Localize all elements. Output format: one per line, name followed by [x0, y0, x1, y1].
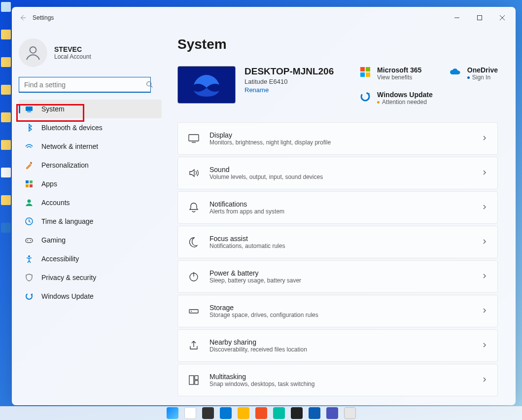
taskbar-search[interactable]: [184, 407, 196, 419]
taskbar-settings[interactable]: [344, 407, 356, 419]
back-button[interactable]: [14, 9, 32, 27]
m365-title: Microsoft 365: [377, 66, 421, 74]
chevron-right-icon: [482, 376, 487, 385]
card-bell[interactable]: NotificationsAlerts from apps and system: [177, 191, 498, 224]
card-storage[interactable]: StorageStorage space, drives, configurat…: [177, 295, 498, 327]
rename-link[interactable]: Rename: [244, 86, 334, 94]
taskbar[interactable]: [0, 406, 522, 420]
svg-rect-30: [189, 310, 198, 313]
chevron-right-icon: [482, 307, 487, 315]
sidebar-item-accounts[interactable]: Accounts: [19, 193, 162, 212]
sidebar-item-label: Apps: [41, 180, 57, 188]
windows-update-icon: [359, 91, 371, 103]
svg-rect-24: [366, 72, 370, 77]
arrow-left-icon: [19, 14, 26, 21]
sidebar-item-label: Time & language: [41, 217, 93, 225]
microsoft-365-tile[interactable]: Microsoft 365 View benefits: [359, 66, 433, 81]
svg-point-19: [28, 255, 30, 257]
svg-point-17: [27, 240, 28, 241]
windows-update-tile[interactable]: Windows Update Attention needed: [359, 91, 433, 105]
sidebar-item-apps[interactable]: Apps: [19, 175, 162, 193]
svg-point-4: [30, 47, 36, 53]
card-subtitle: Monitors, brightness, night light, displ…: [209, 139, 331, 146]
onedrive-sub: Sign In: [467, 74, 498, 81]
sidebar: STEVEC Local Account SystemBluetooth & d…: [12, 29, 166, 405]
window-title: Settings: [33, 14, 54, 21]
svg-rect-12: [26, 184, 29, 187]
accessibility-icon: [25, 254, 34, 263]
svg-rect-10: [26, 180, 29, 183]
svg-rect-13: [30, 184, 33, 187]
sound-icon: [188, 167, 200, 179]
onedrive-tile[interactable]: OneDrive Sign In: [450, 66, 498, 81]
taskbar-explorer[interactable]: [238, 407, 249, 419]
accounts-icon: [25, 198, 34, 207]
card-multitask[interactable]: MultitaskingSnap windows, desktops, task…: [177, 364, 498, 396]
onedrive-icon: [450, 66, 461, 78]
card-sound[interactable]: SoundVolume levels, output, input, sound…: [177, 157, 498, 189]
onedrive-title: OneDrive: [467, 66, 498, 74]
settings-window: Settings STEVEC Local Account: [12, 7, 516, 405]
maximize-button[interactable]: [468, 10, 491, 26]
taskbar-app[interactable]: [273, 407, 285, 419]
taskbar-taskview[interactable]: [202, 407, 214, 419]
card-subtitle: Volume levels, output, input, sound devi…: [209, 174, 323, 180]
avatar: [19, 38, 47, 67]
sidebar-item-system[interactable]: System: [19, 100, 162, 118]
personalization-icon: [25, 161, 34, 170]
sidebar-item-update[interactable]: Windows Update: [19, 287, 162, 306]
svg-point-14: [28, 200, 31, 203]
sidebar-item-time[interactable]: Time & language: [19, 212, 162, 231]
card-title: Display: [209, 131, 331, 139]
start-button[interactable]: [167, 407, 178, 419]
sidebar-item-network[interactable]: Network & internet: [19, 137, 162, 156]
card-title: Multitasking: [209, 373, 314, 381]
svg-rect-32: [189, 376, 194, 385]
privacy-icon: [25, 273, 34, 282]
sidebar-item-accessibility[interactable]: Accessibility: [19, 249, 162, 268]
card-display[interactable]: DisplayMonitors, brightness, night light…: [177, 122, 498, 155]
desktop-icon-strip: [0, 0, 12, 420]
taskbar-app[interactable]: [326, 407, 338, 419]
card-subtitle: Discoverability, received files location: [209, 346, 307, 353]
device-name: DESKTOP-MJNL206: [244, 66, 334, 77]
card-subtitle: Alerts from apps and system: [209, 208, 284, 215]
card-title: Sound: [209, 166, 323, 174]
power-icon: [188, 271, 200, 282]
svg-rect-9: [30, 162, 33, 164]
bluetooth-icon: [25, 123, 34, 132]
user-account-type: Local Account: [54, 53, 91, 60]
multitask-icon: [188, 374, 200, 386]
storage-icon: [188, 305, 200, 317]
svg-rect-8: [27, 111, 31, 112]
sidebar-item-personalization[interactable]: Personalization: [19, 156, 162, 175]
taskbar-app[interactable]: [309, 407, 320, 419]
sidebar-item-privacy[interactable]: Privacy & security: [19, 268, 162, 287]
card-power[interactable]: Power & batterySleep, battery usage, bat…: [177, 260, 498, 293]
card-moon[interactable]: Focus assistNotifications, automatic rul…: [177, 226, 498, 258]
taskbar-app[interactable]: [255, 407, 267, 419]
sidebar-item-label: System: [41, 105, 65, 113]
main-content: System DESKTOP-MJNL206 Latitude E6410 Re…: [166, 29, 516, 405]
taskbar-app[interactable]: [220, 407, 232, 419]
person-icon: [25, 44, 41, 61]
display-icon: [188, 133, 200, 144]
device-thumbnail[interactable]: [177, 66, 236, 104]
card-share[interactable]: Nearby sharingDiscoverability, received …: [177, 329, 498, 362]
user-account-row[interactable]: STEVEC Local Account: [19, 29, 162, 76]
svg-point-25: [361, 93, 369, 101]
maximize-icon: [477, 15, 482, 20]
close-button[interactable]: [491, 10, 514, 26]
sidebar-item-gaming[interactable]: Gaming: [19, 231, 162, 249]
taskbar-app[interactable]: [291, 407, 303, 419]
sidebar-item-label: Gaming: [41, 236, 66, 244]
share-icon: [188, 340, 200, 351]
minimize-button[interactable]: [446, 10, 468, 26]
search-input[interactable]: [19, 77, 151, 93]
update-icon: [25, 292, 34, 301]
card-title: Storage: [209, 304, 318, 312]
sidebar-item-bluetooth[interactable]: Bluetooth & devices: [19, 118, 162, 137]
microsoft-365-icon: [359, 66, 371, 78]
sidebar-item-label: Privacy & security: [41, 274, 96, 281]
chevron-right-icon: [482, 134, 487, 143]
